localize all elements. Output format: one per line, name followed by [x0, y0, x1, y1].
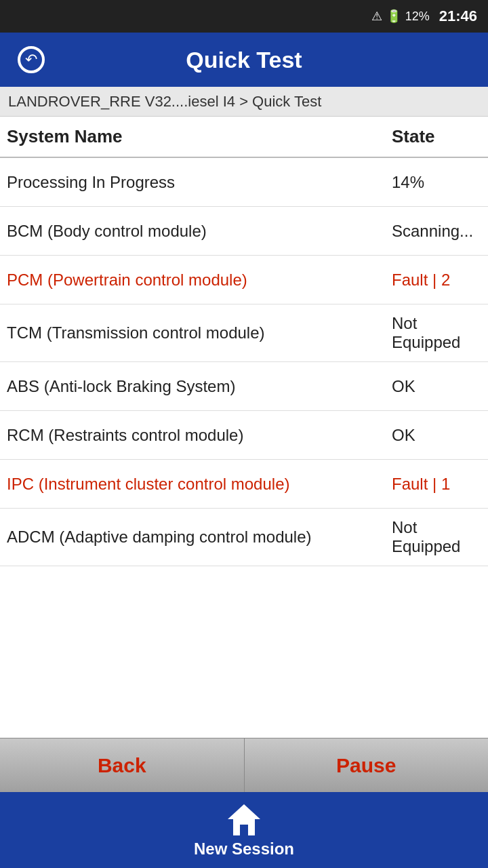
row-state-value: Fault | 2	[386, 261, 488, 299]
row-system-name: BCM (Body control module)	[0, 212, 386, 250]
alert-icon: ⚠	[371, 9, 382, 24]
col-system-header: System Name	[0, 126, 386, 147]
action-buttons: Back Pause	[0, 738, 488, 792]
col-state-header: State	[386, 126, 488, 147]
row-system-name: ABS (Anti-lock Braking System)	[0, 368, 386, 406]
table-row: ABS (Anti-lock Braking System)OK	[0, 362, 488, 411]
back-arrow-icon: ↶	[18, 46, 45, 73]
battery-icon: 🔋	[386, 9, 401, 24]
back-action-button[interactable]: Back	[0, 738, 245, 792]
table-body: Processing In Progress14%BCM (Body contr…	[0, 158, 488, 566]
pause-button-label: Pause	[336, 754, 396, 777]
row-state-value: OK	[386, 416, 488, 454]
page-title: Quick Test	[49, 47, 439, 73]
pause-button[interactable]: Pause	[245, 738, 489, 792]
row-state-value: OK	[386, 368, 488, 406]
row-state-value: Not Equipped	[386, 304, 488, 361]
row-system-name: RCM (Restraints control module)	[0, 416, 386, 454]
status-time: 21:46	[439, 7, 477, 25]
table-row: TCM (Transmission control module)Not Equ…	[0, 304, 488, 362]
table-row: PCM (Powertrain control module)Fault | 2	[0, 256, 488, 304]
breadcrumb-text: LANDROVER_RRE V32....iesel I4 > Quick Te…	[8, 93, 321, 111]
new-session-label: New Session	[194, 840, 294, 859]
battery-percent: 12%	[405, 9, 430, 24]
row-system-name: TCM (Transmission control module)	[0, 314, 386, 352]
header: ↶ Quick Test	[0, 33, 488, 87]
table-row: Processing In Progress14%	[0, 158, 488, 207]
bottom-nav[interactable]: New Session	[0, 792, 488, 868]
row-system-name: ADCM (Adaptive damping control module)	[0, 518, 386, 556]
svg-marker-0	[228, 804, 260, 835]
back-button[interactable]: ↶	[14, 42, 49, 77]
table-row: RCM (Restraints control module)OK	[0, 411, 488, 460]
status-icons: ⚠ 🔋 12% 21:46	[371, 7, 477, 25]
status-bar: ⚠ 🔋 12% 21:46	[0, 0, 488, 33]
row-system-name[interactable]: IPC (Instrument cluster control module)	[0, 465, 386, 503]
table-row: IPC (Instrument cluster control module)F…	[0, 460, 488, 509]
row-state-value: Fault | 1	[386, 465, 488, 503]
row-state-value: Not Equipped	[386, 509, 488, 566]
row-state-value: Scanning...	[386, 212, 488, 250]
row-system-name: Processing In Progress	[0, 163, 386, 201]
row-system-name[interactable]: PCM (Powertrain control module)	[0, 261, 386, 299]
back-button-label: Back	[98, 754, 146, 777]
row-state-value: 14%	[386, 163, 488, 201]
table-header: System Name State	[0, 117, 488, 158]
home-icon	[226, 802, 262, 837]
breadcrumb: LANDROVER_RRE V32....iesel I4 > Quick Te…	[0, 87, 488, 117]
table-row: ADCM (Adaptive damping control module)No…	[0, 509, 488, 566]
results-table: System Name State Processing In Progress…	[0, 117, 488, 566]
table-row: BCM (Body control module)Scanning...	[0, 207, 488, 256]
